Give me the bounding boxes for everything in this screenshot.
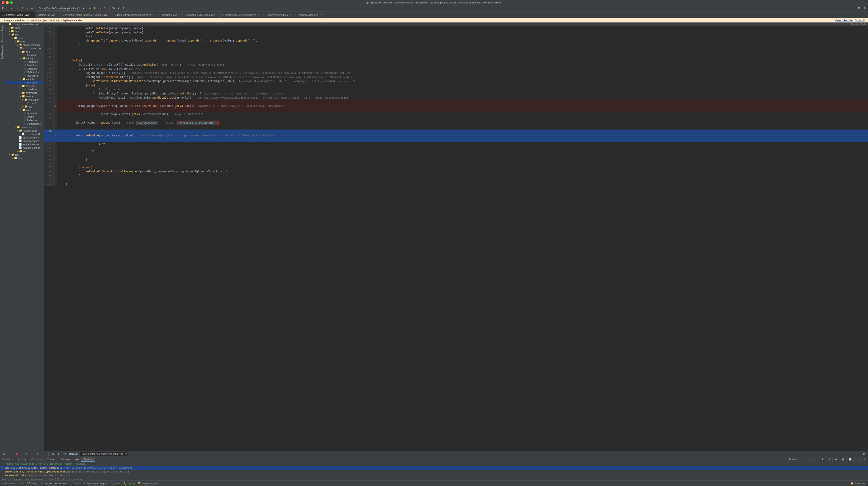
debug-tab-variables[interactable]: Variables xyxy=(0,457,15,462)
tree-service[interactable]: ▶ 📁 service xyxy=(5,94,44,98)
tree-datasour[interactable]: ▶ C DataSour xyxy=(5,67,44,70)
breakpoint-177[interactable]: ● xyxy=(55,104,56,108)
tab-close-userphoneservice[interactable]: × xyxy=(258,13,259,16)
tree-mvn[interactable]: ▶ 📁 .mvn xyxy=(5,29,44,33)
tree-aop[interactable]: ▶ 📁 aop xyxy=(5,50,44,53)
project-tree[interactable]: ▼ 📁 spring-data-en-decoder ▶ 📁 .idea ▶ 📁… xyxy=(5,23,44,451)
debug-tab-icon8[interactable]: 📋 xyxy=(846,457,855,462)
tab-close-userphoneinfo[interactable]: × xyxy=(289,13,291,16)
tab-boundsql[interactable]: C BoundSql.java × xyxy=(35,11,61,18)
stack-frame-3[interactable]: ◦ invoke:61, Plugin (org.apache.ibatis.p… xyxy=(0,474,868,478)
tab-close-mybatisdefault[interactable]: × xyxy=(110,13,111,16)
tree-java2[interactable]: ▼ 📁 Java xyxy=(5,156,44,160)
tree-com[interactable]: ▼ 📦 com.data.en.de xyxy=(5,47,44,50)
tab-userphoneservice[interactable]: C UserPhoneServiceImpl.java × xyxy=(221,11,261,18)
git-x[interactable]: ✗ xyxy=(122,6,126,10)
debug-settings[interactable]: ⚙ xyxy=(62,452,67,456)
debug-tab-frames[interactable]: Frames xyxy=(81,457,94,462)
tab-close-sqlparser[interactable]: × xyxy=(31,13,33,16)
status-git[interactable]: ⑂ Git xyxy=(18,482,24,485)
tree-mybatispl[interactable]: ▶ C MybatisPl xyxy=(5,74,44,77)
file-label[interactable]: ≡ .xml xyxy=(25,6,34,10)
debug-tab-icon9[interactable]: ≡ xyxy=(855,457,861,462)
tree-root[interactable]: ▼ 📁 spring-data-en-decoder xyxy=(5,23,44,26)
status-terminal[interactable]: ▶ Terminal xyxy=(55,482,68,485)
maximize-button[interactable] xyxy=(10,1,13,4)
debug-filter-icon[interactable]: ▼ xyxy=(861,457,868,462)
status-sequence[interactable]: ⬡ Sequence Diagram xyxy=(83,482,108,485)
git-btn[interactable]: Git xyxy=(111,6,116,10)
tree-userphon[interactable]: ▶ C UserPhon xyxy=(5,88,44,91)
debug-tab-icon7[interactable]: ▣ xyxy=(839,457,846,462)
tab-close-fieldbean[interactable]: × xyxy=(179,13,180,16)
debug-resume-btn[interactable]: ▶ xyxy=(2,452,6,456)
status-build[interactable]: 🔨 Build xyxy=(111,482,121,485)
tab-fieldbean[interactable]: C FieldBean.java × xyxy=(156,11,183,18)
tree-entity[interactable]: ▶ 📁 entity.user xyxy=(5,91,44,94)
pull-requests-label[interactable]: Pull Requests xyxy=(1,45,4,59)
debug-tab-icon6[interactable]: ◀ xyxy=(833,457,839,462)
show-diff-link[interactable]: Show diff xyxy=(855,19,865,22)
debug-tab-icon3[interactable]: ↓ xyxy=(813,457,819,462)
tab-mybatisdefault[interactable]: C MybatisDefaultParameterHandler.java × xyxy=(61,11,113,18)
tree-springdatae[interactable]: ▶ C SpringDataE xyxy=(5,122,44,125)
debug-tab-icon4[interactable]: ⬆ xyxy=(819,457,826,462)
status-eventlog[interactable]: 🔔 Event Log xyxy=(850,482,866,485)
debug-tab-overhead[interactable]: Overhead xyxy=(29,457,45,462)
debug-pause-btn[interactable]: ⏸ xyxy=(8,452,13,456)
tree-src[interactable]: ▼ 📁 src xyxy=(5,33,44,36)
tree-osutil[interactable]: ▶ C OsUtil xyxy=(5,115,44,119)
tree-datascop1[interactable]: ▶ C DataScop xyxy=(5,60,44,63)
git-push[interactable]: ↑ xyxy=(126,6,130,10)
status-problems[interactable]: ⚠ Problems xyxy=(2,482,16,485)
tree-logback-xml[interactable]: ▶ 📄 logback-dev.xr xyxy=(5,143,44,146)
run-config-dropdown[interactable]: SpringDataEnDecoderApplication (1) xyxy=(37,6,85,10)
tree-impl[interactable]: ▶ 📁 impl.user xyxy=(5,98,44,101)
debug-mute[interactable]: ● xyxy=(57,452,61,456)
tree-sql[interactable]: ▶ 📁 sql xyxy=(5,149,44,153)
code-editor[interactable]: 159 meta1.setValue(propertyName, value);… xyxy=(44,26,868,451)
tree-test[interactable]: ▼ 📁 test xyxy=(5,153,44,156)
status-profiler[interactable]: ⏱ Profiler xyxy=(41,482,53,485)
debug-tab-icon5[interactable]: ⬇ xyxy=(826,457,833,462)
tree-java[interactable]: ▼ 📁 java xyxy=(5,40,44,43)
tab-sqlparserhandler[interactable]: C SqlParserHandler.java × xyxy=(0,11,35,18)
tree-orderutil[interactable]: ▶ C OrderUtil xyxy=(5,112,44,115)
project-btn[interactable]: Pro... xyxy=(1,6,9,10)
reader-mode-button[interactable]: Reader Mode xyxy=(851,23,866,26)
tab-close-testcontroller[interactable]: × xyxy=(320,13,321,16)
tree-config[interactable]: ▼ 📁 config xyxy=(5,57,44,60)
debug-settings-gear[interactable]: ⚙ xyxy=(862,452,866,456)
debug-stop-btn[interactable]: ■ xyxy=(15,452,19,456)
debug-step-out[interactable]: ↑ xyxy=(35,452,39,456)
debug-tab-console[interactable]: Console xyxy=(59,457,73,462)
search-btn[interactable]: 🔍 xyxy=(857,6,862,10)
tab-userphoneinfo[interactable]: C UserPhoneInfo.java × xyxy=(261,11,293,18)
nav-back[interactable]: ← xyxy=(10,6,14,10)
status-todo[interactable]: ✓ TODO xyxy=(70,482,81,485)
minimize-button[interactable] xyxy=(6,1,9,4)
tree-mapper[interactable]: ▶ 📁 mapper.user xyxy=(5,129,44,132)
open-class-file-link[interactable]: Open .class file xyxy=(835,19,852,22)
debug-tab-threads[interactable]: Threads xyxy=(45,457,59,462)
debug-step-into[interactable]: ↓ xyxy=(30,452,34,456)
debug-tab-icon1[interactable]: ≡ xyxy=(800,457,807,462)
tree-userph[interactable]: ▶ C UserPh xyxy=(5,101,44,105)
tree-contoller[interactable]: ▼ 📁 contoller xyxy=(5,77,44,81)
tab-testcontroller[interactable]: C TestController.java × xyxy=(293,11,323,18)
tab-defaultparam[interactable]: C DefaultParameterHandler.java × xyxy=(113,11,156,18)
debug-session-select[interactable]: SpringDataEnDecoderApplication (1) xyxy=(80,452,128,456)
tab-close-boundsql[interactable]: × xyxy=(57,13,59,16)
tree-logaop[interactable]: ▶ C LogAop xyxy=(5,53,44,57)
debug-btn[interactable]: 🐛 xyxy=(92,6,98,10)
run-config-edit[interactable]: ⚙ xyxy=(20,6,25,10)
tab-mybatisplugin[interactable]: C MybatisPluginConfig.java × xyxy=(183,11,221,18)
tree-user-folder[interactable]: ▶ 📁 user xyxy=(5,105,44,108)
tree-reflection[interactable]: ▶ C Reflection xyxy=(5,119,44,122)
git-pull[interactable]: ↓ xyxy=(130,6,134,10)
debug-step-over[interactable]: ↷ xyxy=(24,452,28,456)
run-btn[interactable]: ▶ xyxy=(88,6,92,10)
settings-btn[interactable]: ⚙ xyxy=(863,6,867,10)
project-panel-label[interactable]: Project xyxy=(1,24,4,31)
stop-btn[interactable]: ■ xyxy=(98,6,102,10)
